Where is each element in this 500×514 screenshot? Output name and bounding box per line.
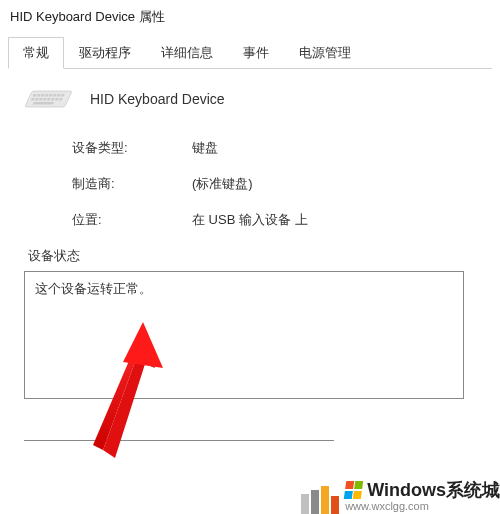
device-header: HID Keyboard Device [24, 87, 476, 111]
device-status-box[interactable]: 这个设备运转正常。 [24, 271, 464, 399]
manufacturer-value: (标准键盘) [192, 175, 253, 193]
watermark: Windows系统城 www.wxclgg.com [301, 478, 500, 514]
device-status-label: 设备状态 [24, 247, 476, 265]
manufacturer-label: 制造商: [72, 175, 192, 193]
tab-driver[interactable]: 驱动程序 [64, 37, 146, 69]
tab-events[interactable]: 事件 [228, 37, 284, 69]
tab-power[interactable]: 电源管理 [284, 37, 366, 69]
tab-general[interactable]: 常规 [8, 37, 64, 69]
svg-rect-17 [33, 102, 54, 105]
keyboard-icon [24, 87, 72, 111]
device-name: HID Keyboard Device [90, 91, 225, 107]
windows-logo-icon [344, 481, 365, 499]
device-status-section: 设备状态 这个设备运转正常。 [24, 247, 476, 399]
tab-content: HID Keyboard Device 设备类型: 键盘 制造商: (标准键盘)… [0, 69, 500, 409]
location-row: 位置: 在 USB 输入设备 上 [24, 211, 476, 229]
watermark-brand: Windows系统城 [345, 478, 500, 502]
watermark-bars-icon [301, 486, 339, 514]
device-type-row: 设备类型: 键盘 [24, 139, 476, 157]
device-status-text: 这个设备运转正常。 [35, 281, 152, 296]
watermark-url: www.wxclgg.com [345, 500, 429, 512]
location-label: 位置: [72, 211, 192, 229]
tab-details[interactable]: 详细信息 [146, 37, 228, 69]
location-value: 在 USB 输入设备 上 [192, 211, 308, 229]
device-type-label: 设备类型: [72, 139, 192, 157]
divider-line [24, 440, 334, 441]
device-type-value: 键盘 [192, 139, 218, 157]
manufacturer-row: 制造商: (标准键盘) [24, 175, 476, 193]
window-title: HID Keyboard Device 属性 [0, 0, 500, 36]
tab-bar: 常规 驱动程序 详细信息 事件 电源管理 [8, 36, 492, 69]
